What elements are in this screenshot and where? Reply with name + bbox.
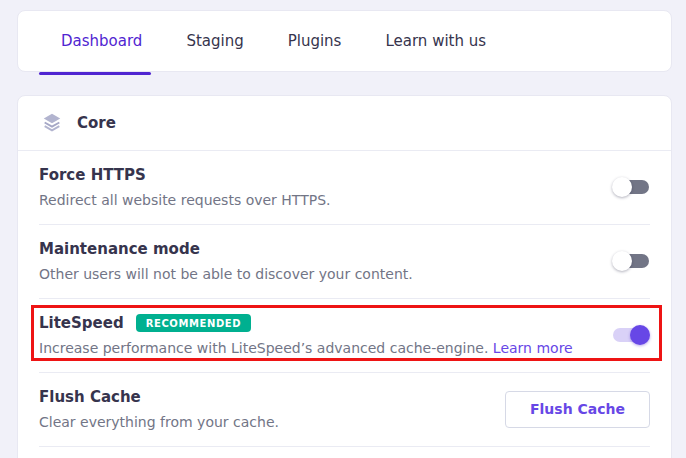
row-maintenance-mode: Maintenance mode Other users will not be… (18, 225, 671, 298)
row-flush-cache-text: Flush Cache Clear everything from your c… (39, 388, 279, 430)
row-title: Flush Cache (39, 388, 279, 406)
tab-dashboard[interactable]: Dashboard (61, 32, 142, 50)
row-flush-cache: Flush Cache Clear everything from your c… (18, 373, 671, 446)
row-force-https-text: Force HTTPS Redirect all website request… (39, 166, 330, 208)
litespeed-title: LiteSpeed (39, 314, 124, 332)
row-litespeed: LiteSpeed RECOMMENDED Increase performan… (18, 299, 671, 372)
litespeed-toggle[interactable] (612, 325, 650, 345)
learn-more-link[interactable]: Learn more (493, 340, 573, 356)
tab-staging[interactable]: Staging (186, 32, 243, 50)
litespeed-description: Increase performance with LiteSpeed’s ad… (39, 340, 493, 356)
row-force-https: Force HTTPS Redirect all website request… (18, 151, 671, 224)
core-card-title: Core (77, 114, 116, 132)
toggle-knob (630, 325, 650, 345)
toggle-knob (612, 251, 632, 271)
row-description: Increase performance with LiteSpeed’s ad… (39, 340, 573, 356)
force-https-toggle[interactable] (612, 177, 650, 197)
row-description: Clear everything from your cache. (39, 414, 279, 430)
tab-bar: Dashboard Staging Plugins Learn with us (17, 10, 672, 72)
recommended-badge: RECOMMENDED (136, 314, 252, 332)
tab-list: Dashboard Staging Plugins Learn with us (18, 11, 671, 71)
core-card-header: Core (18, 96, 671, 151)
flush-cache-button[interactable]: Flush Cache (505, 391, 650, 428)
toggle-knob (612, 177, 632, 197)
row-title: LiteSpeed RECOMMENDED (39, 314, 573, 332)
row-title: Force HTTPS (39, 166, 330, 184)
core-settings-card: Core Force HTTPS Redirect all website re… (17, 95, 672, 458)
layers-icon (41, 112, 63, 134)
row-maintenance-mode-text: Maintenance mode Other users will not be… (39, 240, 413, 282)
tab-plugins[interactable]: Plugins (288, 32, 342, 50)
maintenance-mode-toggle[interactable] (612, 251, 650, 271)
divider (39, 446, 650, 447)
tab-learn-with-us[interactable]: Learn with us (385, 32, 486, 50)
row-description: Redirect all website requests over HTTPS… (39, 192, 330, 208)
row-title: Maintenance mode (39, 240, 413, 258)
row-litespeed-text: LiteSpeed RECOMMENDED Increase performan… (39, 314, 573, 356)
active-tab-indicator (39, 72, 151, 75)
row-description: Other users will not be able to discover… (39, 266, 413, 282)
